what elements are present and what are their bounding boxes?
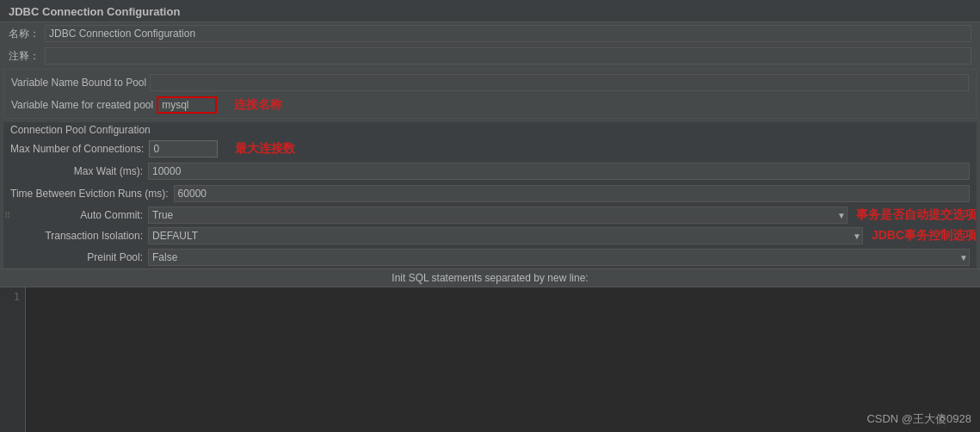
transaction-label: Transaction Isolation: [10,230,148,242]
annotation-max-connections: 最大连接数 [235,141,295,157]
name-label: 名称： [9,27,40,41]
init-sql-label: Init SQL statements separated by new lin… [0,268,980,287]
preinit-select-wrapper: False True ▼ [148,249,970,266]
pool-config-section: Connection Pool Configuration Max Number… [3,122,977,268]
init-sql-section: Init SQL statements separated by new lin… [0,268,980,432]
variable-created-label: Variable Name for created pool [11,99,153,111]
preinit-select[interactable]: False True [148,249,970,266]
comment-row: 注释： [0,45,980,67]
variable-names-section: Variable Name Bound to Pool Variable Nam… [3,69,977,119]
init-sql-editor: 1 [0,287,980,432]
preinit-label: Preinit Pool: [10,251,148,263]
name-row: 名称： [0,22,980,45]
comment-input[interactable] [45,47,971,65]
auto-commit-label: Auto Commit: [10,209,148,221]
transaction-row: Transaction Isolation: DEFAULT TRANSACTI… [3,225,977,246]
line-numbers: 1 [0,287,26,432]
max-wait-row: Max Wait (ms): [3,160,977,182]
line-number-1: 1 [5,291,20,303]
auto-commit-select[interactable]: True False [148,207,847,224]
max-connections-input[interactable] [149,140,218,157]
variable-bound-label: Variable Name Bound to Pool [11,77,146,89]
dots: ⠿ [3,211,10,220]
window-title: JDBC Connection Configuration [9,5,180,18]
auto-commit-select-wrapper: True False ▼ [148,207,847,224]
max-wait-label: Max Wait (ms): [10,165,148,177]
time-between-label: Time Between Eviction Runs (ms): [10,188,174,200]
transaction-select-wrapper: DEFAULT TRANSACTION_READ_UNCOMMITTED TRA… [148,227,863,244]
variable-bound-input[interactable] [150,74,969,91]
time-between-row: Time Between Eviction Runs (ms): [3,182,977,205]
max-connections-label: Max Number of Connections: [10,143,149,155]
name-input[interactable] [45,25,971,42]
annotation-connection-name: 连接名称 [234,97,282,113]
pool-config-label: Connection Pool Configuration [3,122,977,138]
annotation-transaction: JDBC事务控制选项 [872,228,977,244]
variable-created-input[interactable] [157,96,217,114]
time-between-input[interactable] [174,185,970,202]
comment-label: 注释： [9,49,40,64]
editor-content-area[interactable] [26,287,980,432]
max-wait-input[interactable] [148,163,970,180]
sql-textarea[interactable] [29,291,977,429]
main-window: JDBC Connection Configuration 名称： 注释： Va… [0,0,980,432]
variable-bound-row: Variable Name Bound to Pool [4,71,976,94]
annotation-auto-commit: 事务是否自动提交选项 [856,207,977,223]
transaction-select[interactable]: DEFAULT TRANSACTION_READ_UNCOMMITTED TRA… [148,227,863,244]
variable-created-row: Variable Name for created pool 连接名称 [4,94,976,116]
title-bar: JDBC Connection Configuration [0,0,980,22]
auto-commit-row: ⠿ Auto Commit: True False ▼ 事务是否自动提交选项 [3,205,977,225]
watermark: CSDN @王大傻0928 [866,411,971,427]
max-connections-row: Max Number of Connections: 最大连接数 [3,138,977,160]
preinit-row: Preinit Pool: False True ▼ [3,246,977,268]
